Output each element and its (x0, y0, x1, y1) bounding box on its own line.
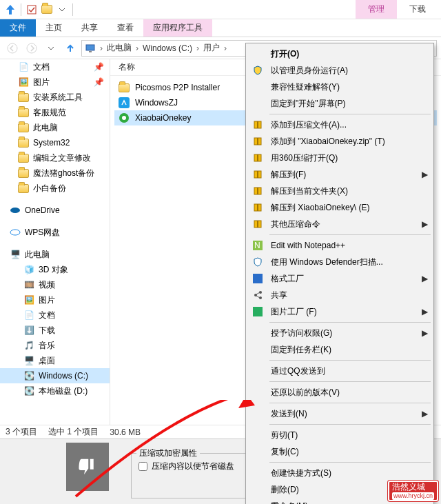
svg-rect-18 (257, 171, 258, 178)
quick-kf[interactable]: 客服规范 (0, 105, 110, 120)
submenu-arrow-icon: ▶ (422, 328, 428, 338)
menu-item[interactable]: 还原以前的版本(V) (247, 384, 432, 401)
nav-wps[interactable]: WPS网盘 (0, 225, 110, 240)
breadcrumb-segment[interactable]: 用户 (203, 42, 220, 54)
nav-back-button[interactable] (4, 40, 21, 57)
navigation-pane[interactable]: 📄文档📌 🖼️图片📌 安装系统工具 客服规范 此电脑 System32 编辑之文… (0, 59, 110, 425)
breadcrumb-segment[interactable]: Windows (C:) (143, 43, 192, 53)
contextual-tab-manage[interactable]: 管理 (356, 0, 397, 19)
nav-3dobjects[interactable]: 🧊3D 对象 (0, 262, 110, 277)
menu-item-label: 共享 (271, 290, 287, 301)
chevron-right-icon[interactable]: › (136, 43, 139, 53)
menu-item[interactable]: 解压到当前文件夹(X) (247, 183, 432, 199)
menu-item[interactable]: 解压到(F)▶ (247, 166, 432, 183)
nav-docs[interactable]: 📄文档 (0, 308, 110, 323)
menu-separator (269, 403, 431, 403)
ff-icon (252, 272, 264, 285)
nav-ddrive[interactable]: 💽本地磁盘 (D:) (0, 383, 110, 399)
menu-item[interactable]: 添加到压缩文件(A)... (247, 117, 432, 133)
nav-download[interactable]: ⬇️下载 (0, 323, 110, 338)
chevron-right-icon[interactable]: › (196, 43, 199, 53)
qa-properties-icon[interactable] (24, 2, 39, 17)
separator (21, 3, 21, 16)
chevron-right-icon[interactable]: › (224, 43, 227, 53)
menu-item[interactable]: 格式工厂▶ (247, 270, 432, 287)
pf-icon (252, 305, 264, 318)
nav-onedrive[interactable]: OneDrive (0, 203, 110, 218)
menu-item[interactable]: 剪切(T) (247, 427, 432, 443)
menu-item[interactable]: 授予访问权限(G)▶ (247, 325, 432, 341)
menu-item[interactable]: 解压到 XiaobaiOnekey\ (E) (247, 199, 432, 216)
defender-icon (252, 256, 264, 268)
svg-point-10 (122, 116, 126, 120)
quick-install[interactable]: 安装系统工具 (0, 90, 110, 105)
tab-app-tools[interactable]: 应用程序工具 (143, 19, 212, 37)
menu-item-label: 添加到压缩文件(A)... (271, 119, 347, 131)
file-icon (119, 82, 130, 93)
svg-point-3 (27, 43, 37, 53)
menu-item-label: 固定到任务栏(K) (271, 344, 331, 356)
menu-item-label: 发送到(N) (271, 408, 307, 420)
chevron-right-icon[interactable]: › (100, 43, 103, 53)
folder-icon (18, 152, 29, 163)
nav-video[interactable]: 🎞️视频 (0, 277, 110, 292)
tab-file[interactable]: 文件 (0, 19, 36, 37)
menu-item[interactable]: 共享 (247, 287, 432, 303)
menu-item[interactable]: 固定到任务栏(K) (247, 341, 432, 358)
menu-item[interactable]: 固定到"开始"屏幕(P) (247, 95, 432, 112)
nav-pics[interactable]: 🖼️图片 (0, 292, 110, 308)
menu-separator (269, 322, 431, 323)
quick-docs[interactable]: 📄文档📌 (0, 59, 110, 74)
nav-desktop[interactable]: 🖥️桌面 (0, 353, 110, 368)
quick-ghost[interactable]: 魔法猪ghost备份 (0, 165, 110, 181)
menu-item[interactable]: 通过QQ发送到 (247, 363, 432, 379)
quick-editor[interactable]: 编辑之文章修改 (0, 150, 110, 165)
menu-item[interactable]: 发送到(N)▶ (247, 405, 432, 422)
menu-item[interactable]: NEdit with Notepad++ (247, 237, 432, 254)
tab-share[interactable]: 共享 (72, 19, 107, 37)
qa-folder-icon[interactable] (39, 2, 54, 17)
menu-item[interactable]: 使用 Windows Defender扫描... (247, 254, 432, 270)
status-item-count: 3 个项目 (6, 426, 37, 438)
svg-marker-0 (6, 5, 14, 14)
quick-thispc[interactable]: 此电脑 (0, 120, 110, 135)
pictures-icon: 🖼️ (18, 77, 29, 88)
menu-item-label: 通过QQ发送到 (271, 365, 325, 377)
menu-item[interactable]: 以管理员身份运行(A) (247, 62, 432, 79)
menu-item-label: 格式工厂 (271, 273, 304, 285)
svg-rect-8 (119, 97, 130, 108)
menu-item[interactable]: 用360压缩打开(Q) (247, 150, 432, 166)
nav-history-dropdown[interactable] (43, 40, 59, 57)
menu-item[interactable]: 兼容性疑难解答(Y) (247, 79, 432, 95)
nav-music[interactable]: 🎵音乐 (0, 338, 110, 353)
nav-cdrive[interactable]: 💽Windows (C:) (0, 368, 110, 383)
quick-xb[interactable]: 小白备份 (0, 181, 110, 196)
tab-home[interactable]: 主页 (36, 19, 72, 37)
menu-item[interactable]: 添加到 "XiaobaiOnekey.zip" (T) (247, 133, 432, 150)
menu-item[interactable]: 图片工厂 (F)▶ (247, 303, 432, 320)
menu-item[interactable]: 复制(C) (247, 443, 432, 460)
submenu-arrow-icon: ▶ (422, 219, 428, 229)
menu-item-label: Edit with Notepad++ (271, 241, 345, 250)
label: OneDrive (25, 205, 60, 215)
document-icon: 📄 (23, 310, 34, 321)
window-title: 下载 (397, 0, 438, 19)
folder-icon (18, 183, 29, 194)
tab-view[interactable]: 查看 (107, 19, 143, 37)
menu-item[interactable]: 其他压缩命令▶ (247, 216, 432, 232)
breadcrumb-segment[interactable]: 此电脑 (107, 42, 132, 54)
svg-rect-31 (253, 307, 263, 316)
nav-up-button[interactable] (62, 40, 79, 57)
menu-item[interactable]: 创建快捷方式(S) (247, 465, 432, 481)
menu-item-label: 解压到 XiaobaiOnekey\ (E) (271, 202, 369, 214)
qa-dropdown-icon[interactable] (54, 2, 70, 17)
menu-item[interactable]: 打开(O) (247, 46, 432, 62)
quick-sys32[interactable]: System32 (0, 135, 110, 150)
nav-thispc[interactable]: 🖥️此电脑 (0, 247, 110, 262)
quick-pictures[interactable]: 🖼️图片📌 (0, 74, 110, 90)
submenu-arrow-icon: ▶ (422, 307, 428, 316)
menu-separator (269, 462, 431, 463)
checkbox-input[interactable] (139, 462, 147, 471)
label: 魔法猪ghost备份 (33, 168, 94, 179)
nav-forward-button[interactable] (23, 40, 40, 57)
